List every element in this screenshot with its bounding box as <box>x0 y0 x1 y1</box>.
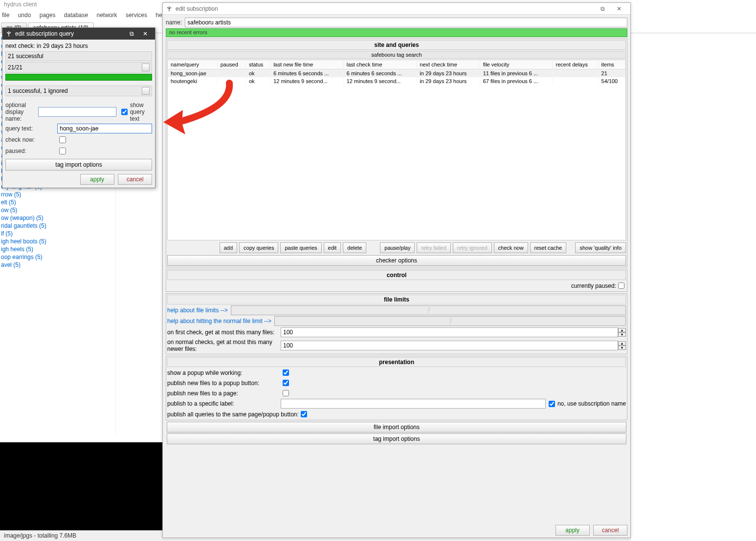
table-header[interactable]: next check time <box>417 60 480 69</box>
edit-query-dialog: edit subscription query ⧉ ✕ next check: … <box>2 27 156 188</box>
tag-item[interactable]: ridal gauntlets (5) <box>1 222 115 230</box>
site-queries-title: site and queries <box>167 40 626 50</box>
retry-ignored-button[interactable]: retry ignored <box>453 242 492 253</box>
table-row[interactable]: houtengekiok12 minutes 9 second...12 min… <box>168 77 625 85</box>
sub-titlebar[interactable]: edit subscription ⧉ ✕ <box>163 3 630 15</box>
query-titlebar[interactable]: edit subscription query ⧉ ✕ <box>2 28 155 40</box>
first-check-input[interactable] <box>281 327 618 337</box>
table-header[interactable]: name/query <box>168 60 217 69</box>
control-title: control <box>167 270 626 280</box>
normal-check-input[interactable] <box>281 341 618 350</box>
retry-failed-button[interactable]: retry failed <box>417 242 450 253</box>
file-import-options-button[interactable]: file import options <box>167 422 626 433</box>
publish-all-checkbox[interactable] <box>301 411 307 417</box>
tag-item[interactable]: igh heels (5) <box>1 245 115 253</box>
queries-buttons: add copy queries paste queries edit dele… <box>166 241 627 254</box>
pause-play-button[interactable]: pause/play <box>380 242 415 253</box>
sub-title: edit subscription <box>176 5 594 12</box>
close-icon[interactable]: ✕ <box>138 30 152 37</box>
file-limits-section: file limits help about file limits --> ❔… <box>166 293 627 354</box>
help-normal-limit-box[interactable]: ❔ <box>274 316 626 326</box>
show-popup-checkbox[interactable] <box>283 369 289 376</box>
tag-item[interactable]: elt (5) <box>1 198 115 206</box>
help-file-limits-box[interactable]: ❔ <box>231 305 626 315</box>
table-header[interactable]: file velocity <box>480 60 553 69</box>
publish-page-checkbox[interactable] <box>283 390 289 396</box>
table-header[interactable]: last check time <box>343 60 417 69</box>
reset-cache-button[interactable]: reset cache <box>530 242 567 253</box>
name-input[interactable] <box>185 18 627 27</box>
cancel-button[interactable]: cancel <box>118 174 152 185</box>
tag-item[interactable]: ow (weapon) (5) <box>1 214 115 222</box>
restore-icon[interactable]: ⧉ <box>594 5 611 12</box>
restore-icon[interactable]: ⧉ <box>125 30 138 37</box>
apply-button[interactable]: apply <box>80 174 114 185</box>
display-name-input[interactable] <box>38 107 116 117</box>
table-header[interactable]: paused <box>217 60 245 69</box>
menu-services[interactable]: services <box>126 12 147 19</box>
file-limits-title: file limits <box>167 295 626 304</box>
progress-bar <box>5 74 152 81</box>
show-query-text-checkbox[interactable] <box>121 108 128 115</box>
check-now-button[interactable]: check now <box>494 242 528 253</box>
tag-item[interactable]: rrow (5) <box>1 191 115 198</box>
search-name-bar[interactable]: safebooru tag search <box>167 51 626 59</box>
menu-file[interactable]: file <box>2 12 9 19</box>
checker-options-button[interactable]: checker options <box>167 255 626 266</box>
tag-item[interactable]: igh heel boots (5) <box>1 238 115 245</box>
site-queries-section: site and queries safebooru tag search na… <box>166 39 627 267</box>
no-use-sub-checkbox[interactable] <box>549 401 555 407</box>
close-icon[interactable]: ✕ <box>611 5 627 12</box>
publish-all-label: publish all queries to the same page/pop… <box>167 411 299 418</box>
status-successful: 21 successful <box>5 51 152 61</box>
add-button[interactable]: add <box>220 242 237 253</box>
app-icon <box>5 30 12 37</box>
paused-checkbox[interactable] <box>59 148 66 154</box>
tag-import-options-button[interactable]: tag import options <box>5 159 152 171</box>
normal-check-label: on normal checks, get at most this many … <box>167 339 281 352</box>
paste-queries-button[interactable]: paste queries <box>280 242 321 253</box>
edit-subscription-dialog: edit subscription ⧉ ✕ name: no recent er… <box>162 2 631 538</box>
first-check-spinner[interactable]: ▲▼ <box>618 328 626 337</box>
cancel-button[interactable]: cancel <box>593 525 627 536</box>
publish-popup-label: publish new files to a popup button: <box>167 380 281 387</box>
apply-button[interactable]: apply <box>556 525 590 536</box>
status-count: 21/21 <box>5 62 152 73</box>
tag-item[interactable]: avel (5) <box>1 261 115 269</box>
show-query-text-check[interactable]: show query text <box>119 102 152 122</box>
queries-table[interactable]: name/querypausedstatuslast new file time… <box>167 60 626 240</box>
publish-label-input[interactable] <box>281 399 546 409</box>
help-normal-limit-link[interactable]: help about hitting the normal file limit… <box>167 318 271 325</box>
menu-undo[interactable]: undo <box>18 12 31 19</box>
currently-paused-checkbox[interactable] <box>618 282 624 289</box>
menu-pages[interactable]: pages <box>40 12 56 19</box>
query-text-input[interactable] <box>57 124 152 133</box>
edit-button[interactable]: edit <box>324 242 341 253</box>
table-header[interactable]: items <box>598 60 625 69</box>
calendar-icon[interactable] <box>142 87 150 95</box>
tag-item[interactable]: oop earrings (5) <box>1 253 115 261</box>
tag-item[interactable]: lf (5) <box>1 230 115 238</box>
normal-check-spinner[interactable]: ▲▼ <box>618 341 626 350</box>
table-header[interactable]: recent delays <box>553 60 598 69</box>
show-quality-button[interactable]: show 'quality' info <box>575 242 626 253</box>
check-now-checkbox[interactable] <box>59 136 66 143</box>
check-now-label: check now: <box>5 136 57 143</box>
tag-item[interactable]: ow (5) <box>1 206 115 214</box>
help-file-limits-link[interactable]: help about file limits --> <box>167 307 228 314</box>
delete-button[interactable]: delete <box>343 242 366 253</box>
table-row[interactable]: hong_soon-jaeok6 minutes 6 seconds ...6 … <box>168 69 625 78</box>
show-popup-label: show a popup while working: <box>167 369 281 376</box>
control-section: control currently paused: <box>166 269 627 292</box>
publish-popup-checkbox[interactable] <box>283 380 289 386</box>
menu-database[interactable]: database <box>64 12 88 19</box>
tag-import-options-button[interactable]: tag import options <box>167 433 626 444</box>
table-header[interactable]: last new file time <box>270 60 344 69</box>
calendar-icon[interactable] <box>142 64 150 71</box>
menu-network[interactable]: network <box>97 12 117 19</box>
paused-label: paused: <box>5 148 57 154</box>
table-header[interactable]: status <box>245 60 270 69</box>
name-label: name: <box>166 19 182 26</box>
copy-queries-button[interactable]: copy queries <box>239 242 278 253</box>
status-ignored: 1 successful, 1 ignored <box>5 86 152 96</box>
